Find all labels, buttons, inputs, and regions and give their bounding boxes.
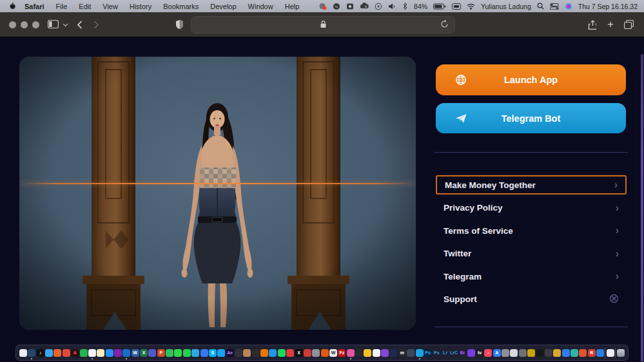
launch-app-button[interactable]: Launch App xyxy=(436,64,626,95)
zoom-window-button[interactable] xyxy=(32,21,39,28)
dock-icon-dark-app[interactable] xyxy=(235,349,242,357)
dock-icon-mail[interactable] xyxy=(106,349,113,357)
dock-icon-orange-app[interactable] xyxy=(579,349,587,357)
dock-icon-lr-label[interactable]: Lr xyxy=(442,349,449,357)
menu-item-twitter[interactable]: Twitter› xyxy=(436,244,627,263)
forward-icon[interactable] xyxy=(93,21,99,29)
dock-icon-twitter[interactable] xyxy=(217,349,225,357)
menu-item-support[interactable]: Support xyxy=(436,290,627,309)
menubar-item-safari[interactable]: Safari xyxy=(19,3,50,10)
input-source-icon[interactable] xyxy=(452,3,461,10)
menubar-item-bookmarks[interactable]: Bookmarks xyxy=(157,3,204,10)
menu-item-terms-of-service[interactable]: Terms of Service› xyxy=(436,221,627,240)
dock-icon-onenote[interactable] xyxy=(114,349,122,357)
sidebar-icon[interactable] xyxy=(48,20,59,28)
menubar-item-file[interactable]: File xyxy=(50,3,73,10)
telegram-bot-button[interactable]: Telegram Bot xyxy=(436,103,626,133)
dock-icon-vlc[interactable] xyxy=(260,349,268,357)
dock-icon-telegram-dock[interactable] xyxy=(191,349,199,357)
dock-icon-red-grid-app[interactable] xyxy=(304,349,311,357)
dock-icon-homebrew[interactable] xyxy=(553,349,561,357)
dock-icon-bluetooth-app[interactable] xyxy=(562,349,570,357)
dock-icon-chrome[interactable] xyxy=(63,349,70,357)
control-center-icon[interactable] xyxy=(550,3,559,10)
dock-icon-r-app[interactable]: R xyxy=(588,349,596,357)
dock-icon-doc-app[interactable] xyxy=(510,349,518,357)
cloud-offline-icon[interactable] xyxy=(360,3,369,10)
dock-icon-photos-colorful[interactable] xyxy=(373,349,380,357)
dock-icon-apple-tv[interactable]: tv xyxy=(476,349,483,357)
hotspot-icon[interactable] xyxy=(375,3,382,10)
menubar-item-develop[interactable]: Develop xyxy=(204,3,242,10)
dock-icon-photoshop[interactable]: Ps xyxy=(424,349,432,357)
dock-icon-purple-app-2[interactable] xyxy=(467,349,475,357)
share-icon[interactable] xyxy=(588,20,596,30)
dock-icon-red-circle-app[interactable] xyxy=(286,349,294,357)
dock-icon-filezilla[interactable]: Fz xyxy=(338,349,346,357)
dock-icon-browser-blue[interactable] xyxy=(28,349,35,357)
dock-icon-firefox[interactable] xyxy=(54,349,61,357)
menubar-item-window[interactable]: Window xyxy=(242,3,279,10)
tabs-overview-icon[interactable] xyxy=(624,20,634,29)
dock-icon-earth-app[interactable] xyxy=(596,349,604,357)
menubar-clock[interactable]: Thu 7 Sep 16.16.32 xyxy=(578,3,638,10)
dock-icon-yellow-app[interactable] xyxy=(527,349,535,357)
menu-item-telegram[interactable]: Telegram› xyxy=(436,267,627,286)
dock-icon-autodesk[interactable] xyxy=(321,349,329,357)
dock-icon-preview-doc[interactable] xyxy=(607,349,614,357)
chevron-down-icon[interactable] xyxy=(63,23,68,27)
dock-icon-word[interactable]: W xyxy=(132,349,139,357)
address-bar[interactable] xyxy=(191,16,455,33)
dock-icon-antivirus-teal[interactable] xyxy=(571,349,578,357)
dock-icon-spotify[interactable] xyxy=(278,349,286,357)
dock-icon-app-store[interactable]: A xyxy=(493,349,501,357)
dock-icon-grid-dark-app[interactable] xyxy=(545,349,552,357)
dock-icon-github[interactable] xyxy=(355,349,363,357)
dock-icon-navy-app[interactable] xyxy=(389,349,397,357)
menubar-item-view[interactable]: View xyxy=(97,3,124,10)
dock-icon-terminal[interactable] xyxy=(536,349,544,357)
dock-icon-calendar[interactable] xyxy=(88,349,96,357)
dock-icon-notes[interactable] xyxy=(97,349,104,357)
menubar-item-help[interactable]: Help xyxy=(279,3,306,10)
dock-icon-whatsapp[interactable] xyxy=(183,349,191,357)
dock-icon-garageband[interactable] xyxy=(252,349,260,357)
shield-app-icon[interactable] xyxy=(333,3,340,10)
dock-icon-gradient-app[interactable] xyxy=(347,349,355,357)
dock-icon-m-player[interactable]: m xyxy=(398,349,406,357)
new-tab-icon[interactable]: + xyxy=(607,19,614,30)
screen-record-badge-icon[interactable] xyxy=(318,2,327,10)
dock-icon-gdrive[interactable] xyxy=(364,349,371,357)
dock-icon-excel[interactable]: X xyxy=(140,349,148,357)
privacy-shield-icon[interactable] xyxy=(175,19,184,30)
wifi-icon[interactable] xyxy=(467,3,475,10)
dock-icon-numbers-green[interactable] xyxy=(166,349,173,357)
menubar-username[interactable]: Yulianus Ladung xyxy=(481,3,531,10)
spotlight-icon[interactable] xyxy=(537,3,544,10)
dock-icon-window-app[interactable] xyxy=(407,349,415,357)
dock-icon-after-effects[interactable]: Ae xyxy=(226,349,234,357)
dock-icon-acrobat[interactable]: A xyxy=(71,349,79,357)
dock-icon-safari[interactable] xyxy=(45,349,53,357)
dock-icon-tiktok[interactable]: ♪ xyxy=(37,349,44,357)
dock-icon-evernote[interactable] xyxy=(80,349,88,357)
menubar-item-edit[interactable]: Edit xyxy=(73,3,97,10)
dock-icon-skype[interactable]: S xyxy=(209,349,217,357)
dock-icon-pages-gray[interactable] xyxy=(502,349,509,357)
dock-icon-vimeo[interactable] xyxy=(416,349,424,357)
dock-icon-lrc-label[interactable]: LrC xyxy=(450,349,458,357)
assistant-icon[interactable] xyxy=(565,3,572,10)
menubar-item-history[interactable]: History xyxy=(124,3,157,10)
bluetooth-icon[interactable] xyxy=(402,3,408,10)
dock-icon-craft-app[interactable] xyxy=(243,349,251,357)
menu-item-make-money-together[interactable]: Make Money Together› xyxy=(436,175,627,195)
dock-icon-signal[interactable] xyxy=(200,349,208,357)
dock-icon-ps-label[interactable]: Ps xyxy=(433,349,440,357)
dock-icon-powerpoint[interactable]: P xyxy=(157,349,165,357)
back-icon[interactable] xyxy=(77,21,83,29)
battery-icon[interactable] xyxy=(433,3,446,10)
dock-icon-teams[interactable] xyxy=(148,349,156,357)
volume-icon[interactable] xyxy=(388,3,396,10)
dock-icon-photos-white[interactable] xyxy=(19,349,27,357)
dock-icon-facetime[interactable] xyxy=(174,349,182,357)
